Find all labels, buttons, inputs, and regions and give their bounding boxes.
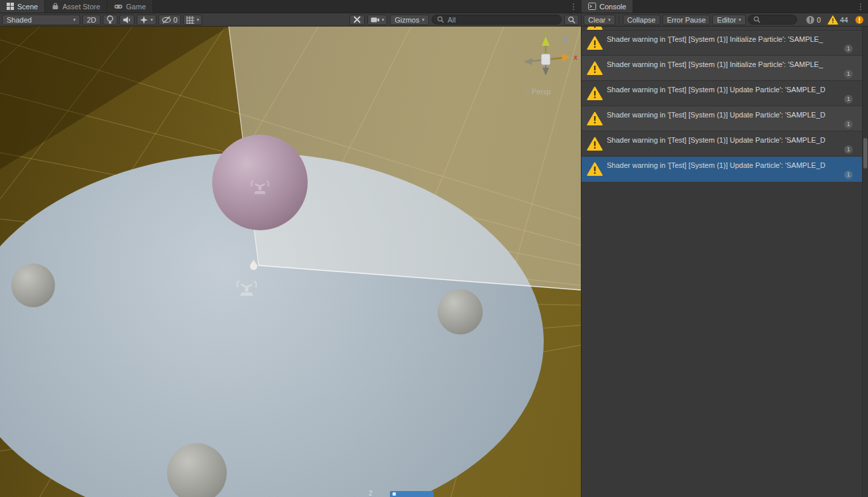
axis-y-label: y	[544, 29, 548, 36]
overlay-selected-chip[interactable]	[390, 491, 434, 497]
toggle-2d-button[interactable]: 2D	[82, 15, 101, 25]
grid-icon	[7, 3, 14, 10]
scene-panel: Scene Asset Store Game ⋮ Shaded ▾ 2D	[0, 0, 581, 497]
tab-game[interactable]: Game	[107, 0, 153, 13]
console-search-field[interactable]	[748, 15, 797, 25]
frame-zoom-button[interactable]	[564, 15, 579, 25]
warning-icon	[587, 36, 603, 50]
warning-icon	[587, 162, 603, 176]
warning-filter-toggle[interactable]: 44	[826, 15, 850, 25]
console-panel: Console ⋮ Clear ▾ Collapse Error Pause E…	[582, 0, 868, 497]
info-filter-toggle[interactable]: 0	[804, 15, 823, 25]
chevron-down-icon: ▾	[608, 17, 611, 23]
panel-menu-icon[interactable]: ⋮	[570, 1, 578, 12]
gizmo-center-cube	[541, 54, 550, 65]
particle-system-gizmo-icon[interactable]	[233, 273, 260, 300]
warning-icon	[587, 111, 603, 125]
tab-label: Game	[126, 3, 146, 11]
scene-toolbar: Shaded ▾ 2D ▾ 0	[0, 13, 581, 27]
editor-dropdown[interactable]: Editor ▾	[712, 15, 745, 25]
tools-icon	[353, 15, 361, 24]
chevron-down-icon: ▾	[151, 17, 153, 23]
warning-icon	[828, 15, 838, 25]
console-toolbar: Clear ▾ Collapse Error Pause Editor ▾ 0	[582, 13, 868, 27]
axis-x-label: x	[574, 54, 578, 61]
panel-menu-icon[interactable]: ⋮	[857, 1, 865, 12]
console-entry-text: Shader warning in '[Test] [System (1)] I…	[607, 35, 862, 43]
tab-asset-store[interactable]: Asset Store	[45, 0, 107, 13]
console-entry[interactable]: Shader warning in '[Test] [System (1)] I…	[582, 56, 862, 81]
error-filter-toggle[interactable]	[853, 15, 866, 25]
console-entry-text: Shader warning in '[Test] [System (1)] U…	[607, 136, 862, 144]
projection-toggle[interactable]: < Persp	[525, 88, 551, 96]
console-entry[interactable]: Shader warning in '[Test] [System (1)] U…	[582, 106, 862, 131]
scene-tools-button[interactable]	[349, 15, 365, 25]
chevron-down-icon: ▾	[739, 17, 741, 23]
scene-bottom-overlay[interactable]: 2	[369, 490, 434, 497]
lightbulb-icon	[106, 15, 114, 24]
gray-sphere[interactable]	[11, 263, 55, 307]
shading-mode-dropdown[interactable]: Shaded ▾	[2, 15, 80, 25]
gizmos-dropdown[interactable]: Gizmos ▾	[390, 15, 429, 25]
tab-scene[interactable]: Scene	[0, 0, 45, 13]
chip-icon	[393, 492, 396, 496]
gray-sphere[interactable]	[438, 289, 483, 334]
sparkle-icon	[140, 16, 148, 24]
scene-camera-dropdown[interactable]: ▾	[367, 15, 388, 25]
warning-icon	[587, 61, 603, 75]
bag-icon	[52, 3, 59, 10]
flame-gizmo-icon[interactable]	[249, 259, 259, 270]
console-icon	[588, 3, 596, 10]
chevron-down-icon: ▾	[197, 17, 200, 23]
scene-viewport[interactable]: y x < Persp 2	[0, 27, 581, 497]
scene-search-field[interactable]: All	[432, 15, 562, 25]
axis-y-cone	[542, 36, 550, 46]
scene-effects-dropdown[interactable]: ▾	[137, 15, 156, 25]
search-icon	[753, 16, 761, 23]
scrollbar-thumb[interactable]	[863, 138, 867, 169]
collapse-count-badge: 1	[844, 70, 853, 78]
hidden-count: 0	[174, 16, 178, 24]
console-entry[interactable]: Shader warning in '[Test] [System (1)] U…	[582, 131, 862, 157]
scene-tabbar: Scene Asset Store Game ⋮	[0, 0, 581, 13]
gray-sphere[interactable]	[167, 443, 227, 497]
info-icon	[806, 15, 815, 25]
speaker-icon	[123, 16, 131, 24]
console-log-list[interactable]: Shader warning in '[Test] [System (1)] I…	[582, 27, 862, 497]
scene-grid-dropdown[interactable]: ▾	[183, 15, 203, 25]
lock-icon[interactable]	[561, 35, 570, 43]
search-filter-label: All	[448, 16, 456, 24]
scene-lighting-button[interactable]	[103, 15, 117, 25]
collapse-count-badge: 1	[844, 120, 853, 129]
chevron-down-icon: ▾	[382, 17, 385, 23]
console-scrollbar[interactable]	[862, 27, 868, 497]
search-icon	[437, 16, 444, 23]
particle-system-gizmo-icon[interactable]	[248, 174, 272, 198]
warning-icon	[587, 86, 603, 100]
axis-down-cone	[542, 68, 549, 76]
console-entry-text: Shader warning in '[Test] [System (1)] U…	[607, 161, 862, 169]
warning-icon	[587, 137, 603, 151]
collapse-count-badge: 1	[844, 171, 853, 179]
clear-dropdown[interactable]: Clear ▾	[584, 15, 615, 25]
tab-label: Scene	[17, 3, 38, 11]
console-entry[interactable]: Shader warning in '[Test] [System (1)] U…	[582, 157, 862, 182]
scene-audio-button[interactable]	[119, 15, 135, 25]
chevron-left-icon: <	[525, 88, 529, 96]
chevron-down-icon: ▾	[73, 17, 76, 23]
collapse-toggle[interactable]: Collapse	[623, 15, 660, 25]
error-pause-toggle[interactable]: Error Pause	[662, 15, 711, 25]
gamepad-icon	[114, 3, 123, 10]
tab-label: Asset Store	[62, 3, 100, 11]
collapse-count-badge: 1	[844, 145, 853, 154]
tab-console[interactable]: Console	[582, 0, 633, 13]
grid-snap-icon	[186, 16, 194, 24]
eye-off-icon	[162, 16, 171, 24]
console-entry[interactable]: Shader warning in '[Test] [System (1)] I…	[582, 31, 862, 56]
console-entry-text: Shader warning in '[Test] [System (1)] I…	[607, 60, 862, 68]
collapse-count-badge: 1	[844, 95, 853, 104]
scene-visibility-button[interactable]: 0	[158, 15, 181, 25]
console-entry[interactable]: Shader warning in '[Test] [System (1)] U…	[582, 81, 862, 106]
plane-edges	[0, 27, 581, 497]
overlay-count: 2	[369, 490, 373, 497]
